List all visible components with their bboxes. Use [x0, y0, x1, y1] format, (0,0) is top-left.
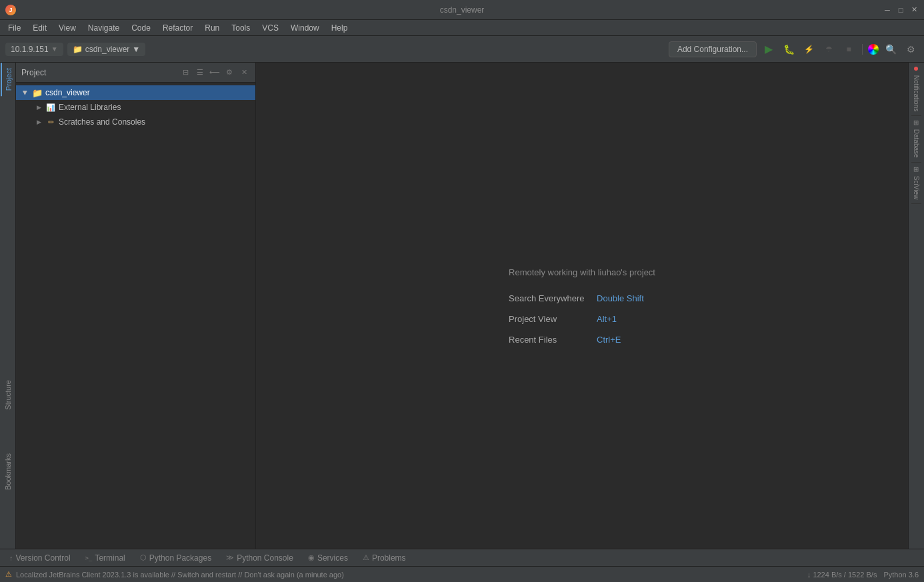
editor-area: Remotely working with liuhao's project S…: [256, 63, 908, 549]
toolbar-separator: [862, 44, 863, 55]
left-sidebar-strip: Project Structure Bookmarks: [0, 63, 16, 549]
menu-help[interactable]: Help: [326, 22, 353, 34]
recent-files-label: Recent Files: [509, 335, 589, 345]
profile-button[interactable]: ⚡: [801, 41, 817, 57]
database-tab[interactable]: ⊞ Database: [911, 116, 921, 163]
project-selector-arrow: ▼: [51, 45, 58, 53]
recent-files-shortcut[interactable]: Ctrl+E: [597, 335, 621, 345]
coverage-button[interactable]: ☂: [821, 41, 837, 57]
problems-icon: ⚠: [363, 553, 369, 562]
hide-panel-button[interactable]: ✕: [238, 67, 250, 79]
welcome-content: Remotely working with liuhao's project S…: [495, 254, 669, 358]
tab-services-label: Services: [317, 553, 348, 563]
tree-arrow-scratches: ▶: [35, 118, 43, 126]
warning-icon: ⚠: [5, 570, 12, 579]
search-everywhere-shortcut[interactable]: Double Shift: [597, 293, 644, 303]
right-sidebar-strip: Notifications ⊞ Database ⊞ SciView: [908, 63, 924, 549]
menu-bar: File Edit View Navigate Code Refactor Ru…: [0, 20, 924, 36]
tab-problems[interactable]: ⚠ Problems: [356, 551, 413, 565]
tree-item-scratches[interactable]: ▶ ✏ Scratches and Consoles: [16, 115, 255, 129]
title-bar: J csdn_viewer ─ □ ✕: [0, 0, 924, 20]
search-everywhere-button[interactable]: 🔍: [883, 41, 899, 57]
menu-vcs[interactable]: VCS: [257, 22, 284, 34]
tree-item-external-libraries[interactable]: ▶ 📊 External Libraries: [16, 100, 255, 115]
menu-navigate[interactable]: Navigate: [83, 22, 125, 34]
menu-refactor[interactable]: Refactor: [157, 22, 198, 34]
menu-code[interactable]: Code: [126, 22, 156, 34]
settings-button[interactable]: ⚙: [903, 41, 919, 57]
title-bar-title: csdn_viewer: [440, 5, 485, 15]
expand-all-button[interactable]: ☰: [194, 67, 206, 79]
add-configuration-button[interactable]: Add Configuration...: [669, 41, 757, 57]
project-folder-name: csdn_viewer: [85, 45, 130, 54]
welcome-title: Remotely working with liuhao's project: [509, 267, 655, 277]
services-icon: ◉: [308, 553, 315, 562]
tab-version-control-label: Version Control: [16, 553, 71, 563]
terminal-icon: >_: [85, 555, 93, 561]
menu-edit[interactable]: Edit: [27, 22, 52, 34]
color-scheme-button[interactable]: [868, 44, 879, 55]
left-tabs: Project: [0, 63, 15, 96]
autoscroll-button[interactable]: ⟵: [209, 67, 221, 79]
folder-arrow: ▼: [132, 45, 140, 54]
python-version[interactable]: Python 3.6: [883, 571, 919, 579]
project-panel: Project ⊟ ☰ ⟵ ⚙ ✕ ▶ 📁 csdn_viewer ▶: [16, 63, 256, 549]
tab-services[interactable]: ◉ Services: [301, 551, 355, 565]
notification-badge: [914, 67, 918, 71]
notifications-tab[interactable]: Notifications: [911, 63, 921, 116]
status-bar-left: ⚠ Localized JetBrains Client 2023.1.3 is…: [5, 570, 344, 579]
minimize-button[interactable]: ─: [883, 5, 892, 15]
tab-python-packages-label: Python Packages: [149, 553, 211, 563]
panel-settings-button[interactable]: ⚙: [223, 67, 235, 79]
tab-terminal-label: Terminal: [95, 553, 125, 563]
menu-run[interactable]: Run: [199, 22, 225, 34]
toolbar: 10.1.9.151 ▼ 📁 csdn_viewer ▼ Add Configu…: [0, 36, 924, 63]
tree-arrow-ext-libs: ▶: [35, 103, 43, 111]
tab-terminal[interactable]: >_ Terminal: [79, 551, 132, 565]
project-view-shortcut[interactable]: Alt+1: [597, 314, 617, 324]
structure-tab[interactable]: Structure: [1, 375, 15, 415]
status-bar-right: ↓ 1224 B/s / 1522 B/s Python 3.6: [807, 571, 919, 579]
app-logo: J: [5, 5, 16, 15]
sciview-icon: ⊞: [913, 167, 920, 172]
project-folder-selector[interactable]: 📁 csdn_viewer ▼: [67, 43, 146, 56]
search-everywhere-row: Search Everywhere Double Shift: [509, 293, 655, 303]
stop-button[interactable]: ■: [841, 41, 857, 57]
folder-icon: 📁: [73, 45, 83, 54]
tree-label-scratches: Scratches and Consoles: [59, 117, 145, 127]
tree-item-csdn-viewer[interactable]: ▶ 📁 csdn_viewer: [16, 85, 255, 100]
recent-files-row: Recent Files Ctrl+E: [509, 335, 655, 345]
bookmarks-tab[interactable]: Bookmarks: [1, 448, 15, 495]
debug-button[interactable]: 🐛: [781, 41, 797, 57]
menu-view[interactable]: View: [53, 22, 81, 34]
project-selector[interactable]: 10.1.9.151 ▼: [5, 43, 63, 56]
project-tree: ▶ 📁 csdn_viewer ▶ 📊 External Libraries ▶: [16, 83, 255, 549]
search-everywhere-label: Search Everywhere: [509, 293, 589, 303]
tab-version-control[interactable]: ↑ Version Control: [3, 551, 77, 565]
network-stats[interactable]: ↓ 1224 B/s / 1522 B/s: [807, 571, 877, 579]
menu-tools[interactable]: Tools: [226, 22, 255, 34]
tree-arrow-csdn-viewer: ▶: [21, 89, 29, 97]
project-panel-actions: ⊟ ☰ ⟵ ⚙ ✕: [179, 67, 250, 79]
folder-icon-csdn-viewer: 📁: [32, 87, 43, 98]
bottom-tabs-bar: ↑ Version Control >_ Terminal ⬡ Python P…: [0, 549, 924, 566]
tab-python-console[interactable]: ≫ Python Console: [219, 551, 300, 565]
project-panel-header: Project ⊟ ☰ ⟵ ⚙ ✕: [16, 63, 255, 83]
project-version: 10.1.9.151: [11, 45, 49, 54]
maximize-button[interactable]: □: [896, 5, 905, 15]
status-message[interactable]: Localized JetBrains Client 2023.1.3 is a…: [16, 571, 344, 579]
tab-python-packages[interactable]: ⬡ Python Packages: [133, 551, 218, 565]
version-control-icon: ↑: [9, 554, 13, 562]
menu-window[interactable]: Window: [285, 22, 325, 34]
tab-problems-label: Problems: [372, 553, 406, 563]
menu-file[interactable]: File: [3, 22, 26, 34]
project-view-row: Project View Alt+1: [509, 314, 655, 324]
project-tab[interactable]: Project: [1, 63, 15, 96]
tree-icon-scratches: ✏: [45, 117, 56, 127]
sciview-tab[interactable]: ⊞ SciView: [911, 163, 921, 204]
close-button[interactable]: ✕: [909, 5, 919, 15]
collapse-all-button[interactable]: ⊟: [179, 67, 191, 79]
tab-python-console-label: Python Console: [237, 553, 293, 563]
run-button[interactable]: ▶: [761, 41, 777, 57]
status-bar: ⚠ Localized JetBrains Client 2023.1.3 is…: [0, 566, 924, 582]
